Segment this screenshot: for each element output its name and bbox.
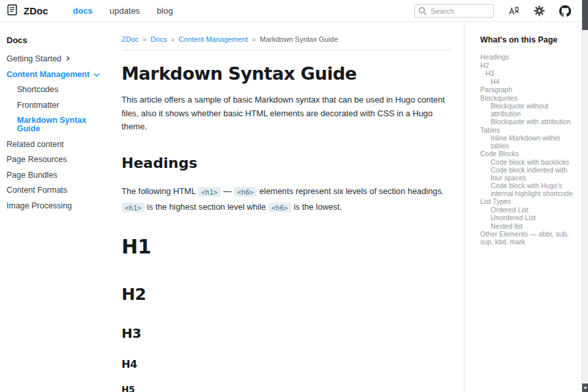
- sample-heading-h5: H5: [122, 384, 452, 392]
- scrollbar-thumb[interactable]: [582, 0, 588, 30]
- sidebar-item-label: Image Processing: [7, 202, 72, 210]
- text-fragment: —: [223, 186, 232, 196]
- breadcrumb-current: Markdown Syntax Guide: [260, 35, 338, 44]
- search-icon: [418, 7, 427, 18]
- page-title: Markdown Syntax Guide: [122, 63, 452, 84]
- scrollbar[interactable]: [581, 0, 588, 392]
- brand[interactable]: ZDoc: [7, 4, 48, 18]
- inline-code-h1: <h1>: [122, 203, 144, 212]
- sidebar-item-content-formats[interactable]: Content Formats: [7, 186, 111, 195]
- toc-item-blockquote-with-attribution[interactable]: Blockquote with attribution: [480, 118, 580, 126]
- text-fragment: is the lowest.: [293, 202, 342, 212]
- inline-code-h6: <h6>: [269, 203, 291, 212]
- inline-code-h1: <h1>: [198, 187, 221, 197]
- toc-item-paragraph[interactable]: Paragraph: [480, 86, 580, 94]
- nav-links: docs updates blog: [73, 6, 173, 16]
- breadcrumb-separator: »: [252, 35, 255, 44]
- sidebar-item-related-content[interactable]: Related content: [7, 140, 111, 149]
- toc-item-h2[interactable]: H2: [480, 62, 580, 70]
- logo-icon: [7, 4, 18, 18]
- sidebar-item-label: Page Resources: [7, 155, 67, 164]
- page-body: Docs Getting Started Content Management …: [0, 22, 588, 392]
- toc-title: What's on this Page: [480, 35, 580, 44]
- navbar-actions: [414, 4, 571, 18]
- toc-item-unordered-list[interactable]: Unordered List: [480, 214, 580, 222]
- sample-heading-h4: H4: [122, 358, 452, 371]
- scrollbar-down-arrow[interactable]: [582, 384, 588, 392]
- toc-item-inline-markdown-within-tables[interactable]: Inline Markdown within tables: [480, 135, 580, 150]
- github-icon[interactable]: [559, 5, 571, 17]
- toc-item-headings[interactable]: Headings: [480, 54, 580, 61]
- chevron-right-icon: [65, 55, 71, 63]
- sidebar-item-label: Markdown Syntax Guide: [17, 116, 111, 133]
- sidebar-item-page-resources[interactable]: Page Resources: [7, 155, 111, 164]
- toc-item-nested-list[interactable]: Nested list: [480, 223, 580, 231]
- toc-item-blockquote-without-attribution[interactable]: Blockquote without attribution: [480, 103, 580, 118]
- headings-section-title: Headings: [122, 155, 452, 172]
- sample-heading-h1: H1: [122, 235, 452, 259]
- sidebar-item-frontmatter[interactable]: Frontmatter: [7, 101, 111, 110]
- breadcrumb: ZDoc » Docs » Content Management » Markd…: [122, 35, 452, 44]
- toc-item-code-blocks[interactable]: Code Blocks: [480, 150, 580, 158]
- sample-heading-h3: H3: [122, 325, 452, 341]
- breadcrumb-separator: »: [142, 35, 146, 44]
- main-content: ZDoc » Docs » Content Management » Markd…: [116, 22, 464, 392]
- search-box: [414, 4, 494, 18]
- inline-code-h6: <h6>: [234, 187, 257, 197]
- brand-name[interactable]: ZDoc: [24, 5, 48, 16]
- sidebar-title: Docs: [7, 35, 111, 45]
- toc-item-blockquotes[interactable]: Blockquotes: [480, 95, 580, 103]
- sidebar-item-label: Getting Started: [7, 55, 61, 63]
- settings-gear-icon[interactable]: [534, 5, 545, 16]
- sidebar-item-label: Frontmatter: [17, 101, 59, 110]
- toc-item-h3[interactable]: H3: [480, 70, 580, 78]
- sidebar-item-markdown-syntax-guide[interactable]: Markdown Syntax Guide: [7, 116, 111, 133]
- toc-item-code-block-with-backticks[interactable]: Code block with backticks: [480, 159, 580, 167]
- text-fragment: elements represent six levels of section…: [259, 186, 444, 196]
- text-fragment: is the highest section level while: [147, 202, 266, 212]
- breadcrumb-divider: [122, 50, 452, 50]
- breadcrumb-separator: »: [171, 35, 174, 44]
- breadcrumb-link-docs[interactable]: Docs: [150, 35, 167, 44]
- sidebar-item-label: Page Bundles: [7, 171, 57, 180]
- headings-paragraph: The following HTML <h1> — <h6> elements …: [122, 184, 451, 216]
- sample-heading-h2: H2: [122, 285, 452, 304]
- sidebar-item-getting-started[interactable]: Getting Started: [7, 55, 111, 63]
- translate-icon[interactable]: [508, 5, 519, 16]
- sidebar-item-label: Shortcodes: [17, 86, 58, 94]
- toc-item-ordered-list[interactable]: Ordered List: [480, 206, 580, 214]
- nav-link-blog[interactable]: blog: [157, 6, 173, 16]
- sidebar-item-label: Related content: [7, 140, 64, 149]
- sidebar-item-image-processing[interactable]: Image Processing: [7, 202, 111, 210]
- toc-item-code-block-indented[interactable]: Code block indented with four spaces: [480, 167, 580, 182]
- sidebar-item-shortcodes[interactable]: Shortcodes: [7, 86, 111, 94]
- toc-item-tables[interactable]: Tables: [480, 127, 580, 135]
- intro-paragraph: This article offers a sample of basic Ma…: [122, 93, 451, 134]
- sidebar-item-content-management[interactable]: Content Management: [7, 71, 111, 79]
- breadcrumb-link-content-management[interactable]: Content Management: [179, 35, 248, 44]
- top-navbar: ZDoc docs updates blog: [0, 0, 588, 22]
- toc-item-h4[interactable]: H4: [480, 78, 580, 86]
- toc-item-code-block-highlight-shortcode[interactable]: Code block with Hugo's internal highligh…: [480, 182, 580, 197]
- breadcrumb-link-zdoc[interactable]: ZDoc: [122, 35, 139, 44]
- text-fragment: The following HTML: [122, 186, 195, 196]
- nav-link-docs[interactable]: docs: [73, 6, 93, 16]
- left-sidebar: Docs Getting Started Content Management …: [0, 22, 116, 392]
- toc-item-other-elements[interactable]: Other Elements — abbr, sub, sup, kbd, ma…: [480, 231, 580, 246]
- sidebar-item-label: Content Formats: [7, 186, 67, 195]
- sidebar-item-label: Content Management: [7, 71, 90, 79]
- nav-link-updates[interactable]: updates: [110, 6, 140, 16]
- toc-sidebar: What's on this Page Headings H2 H3 H4 Pa…: [464, 22, 588, 392]
- chevron-down-icon: [93, 71, 100, 79]
- toc-item-list-types[interactable]: List Types: [480, 198, 580, 206]
- sidebar-item-page-bundles[interactable]: Page Bundles: [7, 171, 111, 180]
